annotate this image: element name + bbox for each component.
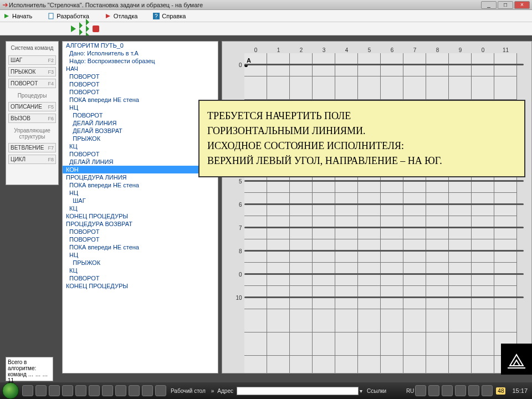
taskbar-app-icon[interactable]: [155, 385, 166, 396]
start-button[interactable]: [2, 382, 19, 399]
step-icon[interactable]: [79, 22, 83, 35]
col-label: 1: [267, 47, 290, 53]
code-line[interactable]: ПРЫЖОК: [63, 259, 218, 267]
taskbar-app-icon[interactable]: [129, 385, 140, 396]
code-editor[interactable]: АЛГОРИТМ ПУТЬ_0 Дано: Исполнитель в т.А …: [62, 41, 218, 374]
taskbar-app-icon[interactable]: [22, 385, 33, 396]
code-line[interactable]: КОНЕЦ ПРОЦЕДУРЫ: [63, 212, 218, 220]
stats-box: Всего в алгоритме: команд … … …11 процед…: [6, 357, 53, 381]
menu-develop-label: Разработка: [57, 13, 89, 19]
grid-cell: [335, 76, 358, 100]
taskbar-lang[interactable]: RU: [406, 388, 414, 394]
maximize-button[interactable]: □: [498, 1, 513, 9]
menu-help[interactable]: ? Справка: [153, 13, 186, 19]
code-line[interactable]: ПОВОРОТ: [63, 228, 218, 236]
close-button[interactable]: ×: [514, 1, 530, 9]
menu-debug[interactable]: Отладка: [105, 13, 137, 19]
taskbar-desktop-label[interactable]: Рабочий стол: [171, 388, 206, 394]
col-label: 3: [313, 47, 335, 53]
code-line[interactable]: ПОВОРОТ: [63, 236, 218, 243]
code-line[interactable]: ДЕЛАЙ ВОЗВРАТ: [63, 127, 218, 135]
svg-rect-0: [49, 13, 53, 19]
code-line[interactable]: ПОКА впереди НЕ стена: [63, 181, 218, 189]
cmd-step[interactable]: ШАГF2: [8, 55, 56, 65]
cmd-turn[interactable]: ПОВОРОТF4: [8, 79, 56, 88]
app-arrow-icon: [2, 2, 9, 8]
taskbar-app-icon[interactable]: [142, 385, 153, 396]
code-line[interactable]: КОН: [63, 166, 218, 173]
tray-icon[interactable]: [482, 385, 493, 396]
code-line[interactable]: Дано: Исполнитель в т.А: [63, 49, 218, 57]
code-line[interactable]: ПОКА впереди НЕ стена: [63, 96, 218, 104]
code-line[interactable]: КЦ: [63, 267, 218, 274]
col-label: 8: [426, 47, 449, 53]
menu-start[interactable]: Начать: [3, 13, 32, 19]
grid-cell: [313, 309, 335, 332]
grid-cell: [449, 76, 472, 100]
grid-cell: [290, 356, 313, 374]
code-line[interactable]: ПОВОРОТ: [63, 73, 218, 80]
code-line[interactable]: Надо: Воспроизвести образец: [63, 57, 218, 65]
tray-icon[interactable]: [455, 385, 466, 396]
taskbar-links[interactable]: Ссылки: [367, 388, 386, 394]
grid-cell: [267, 332, 290, 356]
code-line[interactable]: НЦ: [63, 189, 218, 197]
run-icon[interactable]: [71, 25, 76, 32]
row-label: 6: [234, 202, 244, 208]
tray-icon[interactable]: [442, 385, 453, 396]
row-label: 8: [234, 248, 244, 254]
code-line[interactable]: ПОВОРОТ: [63, 150, 218, 158]
code-line[interactable]: НАЧ: [63, 65, 218, 73]
code-line[interactable]: ПРОЦЕДУРА ЛИНИЯ: [63, 173, 218, 181]
taskbar-app-icon[interactable]: [102, 385, 113, 396]
taskbar-app-icon[interactable]: [75, 385, 86, 396]
tray-icon[interactable]: [468, 385, 479, 396]
code-line[interactable]: КЦ: [63, 142, 218, 150]
code-line[interactable]: ПРЫЖОК: [63, 135, 218, 142]
tray-icon[interactable]: [428, 385, 439, 396]
taskbar-clock: 15:17: [512, 387, 528, 394]
palette-group-proc: Процедуры: [8, 93, 56, 99]
cmd-jump[interactable]: ПРЫЖОКF3: [8, 67, 56, 76]
row-label: 7: [234, 225, 244, 231]
window-title: Исполнитель "Стрелочка". Постановка зада…: [9, 2, 481, 8]
code-line[interactable]: ПРОЦЕДУРА ВОЗВРАТ: [63, 220, 218, 228]
code-line[interactable]: ПОВОРОТ: [63, 111, 218, 119]
code-line[interactable]: ПОКА впереди НЕ стена: [63, 243, 218, 251]
code-line[interactable]: НЦ: [63, 104, 218, 111]
taskbar-app-icon[interactable]: [89, 385, 100, 396]
svg-text:?: ?: [155, 13, 158, 19]
col-label: 0: [472, 47, 494, 53]
code-line[interactable]: ПОВОРОТ: [63, 88, 218, 96]
cmd-define[interactable]: ОПИСАНИЕF5: [8, 102, 56, 111]
grid-cell: [244, 76, 267, 100]
workarea: Система команд ШАГF2 ПРЫЖОКF3 ПОВОРОТF4 …: [0, 35, 532, 382]
code-line[interactable]: КОНЕЦ ПРОЦЕДУРЫ: [63, 282, 218, 290]
taskbar-app-icon[interactable]: [62, 385, 73, 396]
row-label: 10: [234, 295, 244, 301]
tray-icon[interactable]: [415, 385, 426, 396]
code-line[interactable]: ДЕЛАЙ ЛИНИЯ: [63, 158, 218, 166]
code-line[interactable]: ПОВОРОТ: [63, 80, 218, 88]
code-line[interactable]: АЛГОРИТМ ПУТЬ_0: [63, 42, 218, 49]
code-line[interactable]: НЦ: [63, 251, 218, 259]
cmd-branch[interactable]: ВЕТВЛЕНИЕF7: [8, 143, 56, 152]
taskbar-app-icon[interactable]: [35, 385, 47, 396]
code-line[interactable]: ДЕЛАЙ ЛИНИЯ: [63, 119, 218, 127]
menu-develop[interactable]: Разработка: [48, 13, 89, 19]
code-line[interactable]: ШАГ: [63, 197, 218, 204]
stop-icon[interactable]: [93, 25, 99, 32]
taskbar-address-input[interactable]: [237, 387, 359, 395]
tray-badge[interactable]: 48: [496, 387, 505, 395]
cmd-call[interactable]: ВЫЗОВF6: [8, 114, 56, 123]
code-line[interactable]: КЦ: [63, 204, 218, 212]
row-label: 5: [234, 178, 244, 185]
grid-cell: [358, 76, 381, 100]
minimize-button[interactable]: _: [481, 1, 497, 9]
taskbar-app-icon[interactable]: [115, 385, 126, 396]
grid-cell: [426, 309, 449, 332]
cmd-loop[interactable]: ЦИКЛF8: [8, 155, 56, 164]
drawn-horizontal-line: [244, 203, 524, 205]
taskbar-app-icon[interactable]: [49, 385, 60, 396]
code-line[interactable]: ПОВОРОТ: [63, 274, 218, 282]
